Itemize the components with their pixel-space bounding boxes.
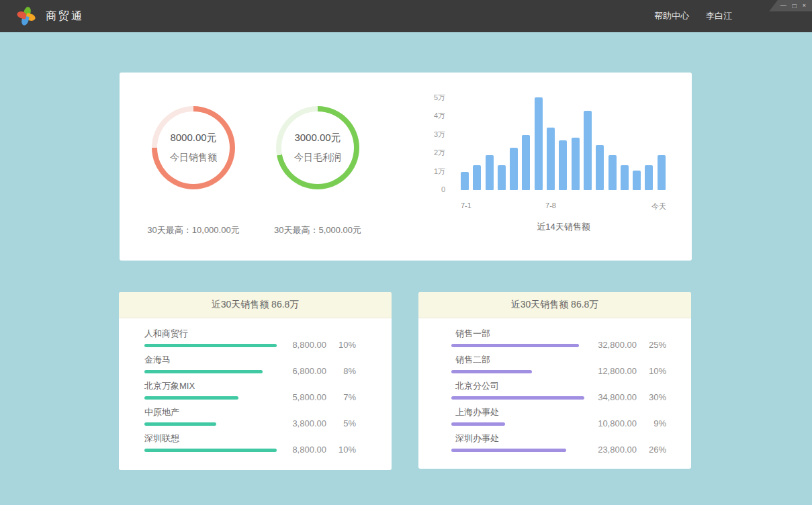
rank-row: 北京万象MIX5,800.007% <box>144 380 356 406</box>
rank-row-bar <box>144 396 238 400</box>
bar <box>486 155 494 190</box>
rank-row-percent: 8% <box>334 366 356 376</box>
pinwheel-logo-icon <box>17 7 35 25</box>
rank-row-percent: 26% <box>645 445 666 455</box>
rank-row-value: 3,800.00 <box>292 418 326 428</box>
today-profit-center: 3000.00元 今日毛利润 <box>281 111 354 184</box>
sales-by-customer-rows: 人和商贸行8,800.0010%金海马6,800.008%北京万象MIX5,80… <box>119 318 392 459</box>
rank-row-value: 34,800.00 <box>598 392 637 402</box>
bar-chart-yaxis: 5万4万3万2万1万0 <box>418 93 445 200</box>
username-menu[interactable]: 李白江 <box>706 10 732 22</box>
rank-row: 人和商贸行8,800.0010% <box>144 328 356 354</box>
today-profit-value: 3000.00元 <box>294 132 341 144</box>
bar-chart-bars <box>461 97 666 190</box>
rank-row: 中原地产3,800.005% <box>144 406 356 432</box>
rank-row-label: 上海办事处 <box>455 406 505 418</box>
rank-row-percent: 25% <box>645 340 666 350</box>
y-axis-tick: 3万 <box>418 130 445 139</box>
x-tick-middle: 7-8 <box>545 201 556 210</box>
maximize-icon[interactable]: □ <box>793 3 797 9</box>
bar <box>621 165 629 190</box>
rank-row-label: 人和商贸行 <box>144 328 277 340</box>
y-axis-tick: 0 <box>418 185 445 194</box>
y-axis-tick: 1万 <box>418 167 445 176</box>
titlebar: 商贸通 帮助中心 李白江 — □ × <box>0 0 812 32</box>
rank-row-value: 5,800.00 <box>292 392 326 402</box>
rank-row-value: 8,800.00 <box>292 340 326 350</box>
today-profit-ring: 3000.00元 今日毛利润 <box>276 106 359 189</box>
bar <box>510 148 518 190</box>
rank-row-percent: 10% <box>645 366 666 376</box>
rank-row: 上海办事处10,800.009% <box>451 406 666 432</box>
rank-row-label: 销售一部 <box>455 328 579 340</box>
bar <box>498 165 506 190</box>
bar <box>547 128 555 190</box>
x-tick-last: 今天 <box>651 201 666 212</box>
today-sales-center: 8000.00元 今日销售额 <box>157 111 230 184</box>
x-tick-first: 7-1 <box>461 201 471 210</box>
bar <box>522 135 530 190</box>
rank-row-value: 32,800.00 <box>598 340 637 350</box>
y-axis-tick: 4万 <box>418 111 445 120</box>
today-sales-gauge: 8000.00元 今日销售额 30天最高：10,000.00元 <box>130 106 257 236</box>
today-sales-label: 今日销售额 <box>170 152 217 164</box>
rank-row-bar <box>451 422 505 426</box>
bar <box>559 140 567 190</box>
rank-row-percent: 9% <box>645 418 666 428</box>
rank-row: 金海马6,800.008% <box>144 354 356 380</box>
rank-row-value: 8,800.00 <box>292 445 326 455</box>
sales-by-department-card: 近30天销售额 86.8万 销售一部32,800.0025%销售二部12,800… <box>418 292 691 469</box>
today-profit-label: 今日毛利润 <box>294 152 341 164</box>
summary-card: 8000.00元 今日销售额 30天最高：10,000.00元 3000.00元… <box>120 73 692 261</box>
rank-row-value: 6,800.00 <box>292 366 326 376</box>
today-sales-value: 8000.00元 <box>170 132 216 144</box>
rank-row-label: 北京分公司 <box>455 380 584 392</box>
today-sales-30d-max: 30天最高：10,000.00元 <box>147 224 239 236</box>
window-controls: — □ × <box>769 0 812 11</box>
today-profit-gauge: 3000.00元 今日毛利润 30天最高：5,000.00元 <box>254 106 381 236</box>
app-title: 商贸通 <box>46 9 84 24</box>
close-icon[interactable]: × <box>803 3 806 9</box>
sales-by-department-rows: 销售一部32,800.0025%销售二部12,800.0010%北京分公司34,… <box>418 318 691 459</box>
rank-row-bar <box>451 344 579 347</box>
rank-row-percent: 5% <box>334 418 356 428</box>
bar <box>535 97 543 190</box>
sales-by-customer-header: 近30天销售额 86.8万 <box>119 292 392 318</box>
bar <box>596 145 604 190</box>
rank-row-label: 深圳办事处 <box>455 432 566 445</box>
rank-row-bar <box>144 370 263 373</box>
bar <box>473 165 481 190</box>
rank-row-bar <box>451 370 532 373</box>
today-profit-30d-max: 30天最高：5,000.00元 <box>274 224 361 236</box>
bar <box>645 165 653 190</box>
y-axis-tick: 5万 <box>418 93 445 102</box>
bar <box>658 155 666 190</box>
rank-row-bar <box>451 396 584 400</box>
rank-row-label: 深圳联想 <box>144 432 277 445</box>
rank-row-value: 12,800.00 <box>598 366 637 376</box>
rank-row-bar <box>144 449 277 452</box>
rank-row: 销售二部12,800.0010% <box>451 354 666 380</box>
rank-row-label: 销售二部 <box>455 354 532 366</box>
bar <box>461 172 469 190</box>
sales-by-department-header: 近30天销售额 86.8万 <box>418 292 691 318</box>
rank-row-bar <box>451 449 566 452</box>
bar <box>608 155 617 190</box>
rank-row-value: 23,800.00 <box>598 445 637 455</box>
rank-row-value: 10,800.00 <box>598 418 637 428</box>
rank-row: 销售一部32,800.0025% <box>451 328 666 354</box>
rank-row-bar <box>144 344 277 347</box>
rank-row: 深圳办事处23,800.0026% <box>451 432 666 459</box>
bar <box>584 111 592 190</box>
bar <box>633 171 641 190</box>
help-center-link[interactable]: 帮助中心 <box>654 10 689 22</box>
today-sales-ring: 8000.00元 今日销售额 <box>152 106 235 189</box>
bar-chart-title: 近14天销售额 <box>461 221 666 233</box>
rank-row-percent: 7% <box>334 392 356 402</box>
y-axis-tick: 2万 <box>418 148 445 157</box>
bar <box>572 138 580 190</box>
minimize-icon[interactable]: — <box>780 3 786 9</box>
sales-by-customer-card: 近30天销售额 86.8万 人和商贸行8,800.0010%金海马6,800.0… <box>119 292 392 470</box>
rank-row-label: 北京万象MIX <box>144 380 238 392</box>
rank-row-label: 中原地产 <box>144 406 216 418</box>
